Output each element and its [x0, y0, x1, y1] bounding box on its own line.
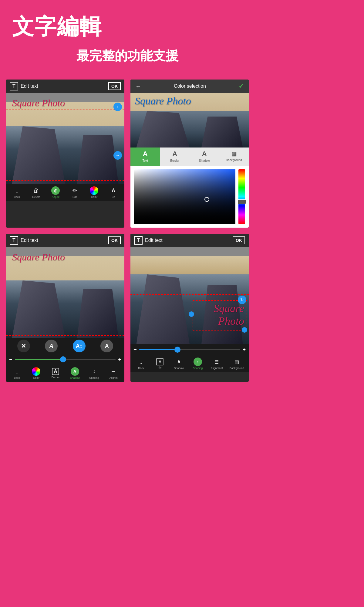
edit-text-label-4: Edit text — [145, 238, 163, 243]
script-text-3: Square Photo — [12, 252, 65, 263]
cancel-btn-3[interactable]: ✕ — [17, 340, 30, 352]
toolbar-color-1[interactable]: Color — [88, 186, 100, 198]
photo-area-1: Square Photo ↕ ↔ — [6, 93, 124, 184]
dark-photo-3 — [6, 280, 124, 338]
toolbar-align-3[interactable]: ☰ Alignm — [107, 367, 120, 379]
dashed-top-1 — [6, 110, 124, 110]
toolbar-back-1[interactable]: ↓ Back — [11, 186, 23, 198]
toolbar-border-4[interactable]: A rder — [154, 358, 166, 369]
topbar-4: T Edit text OK — [130, 234, 249, 247]
color-hue-bar[interactable] — [238, 169, 245, 224]
slider-area-4: − + — [130, 344, 249, 355]
topbar-3: T Edit text OK — [6, 234, 124, 247]
dashed-mid-4 — [130, 294, 249, 295]
script-text-1: Square Photo — [12, 97, 65, 109]
topbar-1: T Edit text OK — [6, 80, 124, 93]
toolbar-back-4[interactable]: ↓ Back — [135, 358, 147, 370]
gradient-v — [134, 169, 235, 224]
dashed-bottom-3 — [6, 335, 124, 336]
toolbar-delete-1[interactable]: 🗑 Delete — [30, 186, 42, 198]
person-left-4 — [136, 274, 190, 344]
color-person-right — [201, 117, 243, 148]
corner-handle-4[interactable] — [242, 327, 247, 333]
toolbar-background-4[interactable]: ▨ Background — [230, 358, 244, 370]
slider-area-3: − + — [6, 354, 124, 365]
toolbar-color-3[interactable]: Color — [30, 367, 42, 379]
slider-minus-4[interactable]: − — [133, 347, 137, 353]
slider-track-3[interactable] — [15, 359, 116, 360]
color-cursor[interactable] — [204, 197, 209, 202]
person-right-1 — [77, 135, 119, 184]
style-btn-3[interactable]: A — [100, 340, 113, 352]
color-script-text: Square Photo — [135, 95, 191, 107]
topbar-left-3: T Edit text — [10, 236, 38, 245]
color-back-arrow[interactable]: ← — [135, 83, 141, 90]
slider-plus-4[interactable]: + — [242, 347, 246, 353]
blue-handle-tr[interactable]: ↕ — [113, 103, 122, 111]
photo-area-4: Square Photo ↻ — [130, 247, 249, 344]
toolbar-shadow-3[interactable]: A Shadow — [69, 367, 81, 379]
tab-background[interactable]: ▨ Background — [219, 148, 249, 166]
edit-text-label-3: Edit text — [21, 238, 38, 243]
toolbar-border-3[interactable]: A Border — [49, 368, 62, 379]
topbar-left-1: T Edit text — [10, 82, 38, 90]
tab-text-label: Text — [143, 159, 148, 162]
text-icon-3: T — [10, 236, 18, 245]
pill-row-3: ✕ A A↕ A — [6, 338, 124, 354]
slider-minus-3[interactable]: − — [9, 356, 12, 363]
person-left-1 — [12, 126, 66, 184]
script-text-area-4: Square Photo — [214, 302, 244, 327]
left-handle-4[interactable] — [189, 311, 194, 317]
script-line1-4: Square — [214, 302, 244, 315]
toolbar-spacing-4[interactable]: ↕ Spacing — [192, 358, 204, 370]
hero-title: 文字編輯 — [0, 0, 255, 44]
person-right-3 — [77, 289, 119, 338]
dashed-bottom-1 — [6, 180, 124, 181]
tab-text[interactable]: A Text — [130, 148, 160, 166]
hue-thumb[interactable] — [237, 199, 246, 204]
toolbar-shadow-4[interactable]: A Shadow — [173, 358, 185, 370]
tab-shadow[interactable]: A Shadow — [190, 148, 219, 166]
slider-plus-3[interactable]: + — [118, 356, 121, 363]
ok-button-3[interactable]: OK — [108, 236, 121, 244]
color-dark-area — [130, 111, 249, 148]
bottom-toolbar-3: ↓ Back Color A Border A Shadow ↕ Spacing… — [6, 365, 124, 382]
toolbar-spacing-3[interactable]: ↕ Spacing — [88, 367, 100, 379]
color-check[interactable]: ✓ — [238, 82, 244, 90]
italic-btn-3[interactable]: A — [45, 340, 58, 352]
text-icon-4: T — [134, 236, 143, 245]
dashed-top-3 — [6, 264, 124, 264]
toolbar-edit-1[interactable]: ✏ Edit — [69, 186, 81, 198]
toolbar-back-3[interactable]: ↓ Back — [11, 367, 23, 379]
color-gradient-box[interactable] — [134, 169, 235, 224]
toolbar-adjust-1[interactable]: ⊕ Adjust — [49, 186, 62, 198]
color-selection-title: Color selection — [174, 83, 206, 89]
slider-thumb-4[interactable] — [174, 347, 180, 353]
color-picker-area — [130, 166, 249, 228]
edit-text-label-1: Edit text — [21, 83, 38, 89]
hero-subtitle: 最完整的功能支援 — [0, 44, 255, 73]
topbar-left-4: T Edit text — [134, 236, 163, 245]
blue-handle-br[interactable]: ↔ — [113, 151, 122, 160]
bottom-toolbar-1: ↓ Back 🗑 Delete ⊕ Adjust ✏ Edit Color A — [6, 184, 124, 201]
dark-photo-1 — [6, 126, 124, 184]
size-up-btn-3[interactable]: A↕ — [73, 340, 86, 352]
person-left-3 — [12, 280, 66, 338]
slider-thumb-3[interactable] — [60, 356, 66, 362]
slider-fill-3 — [15, 359, 60, 360]
color-photo-area: Square Photo — [130, 93, 249, 148]
slider-track-4[interactable] — [139, 349, 240, 350]
color-tabs-row: A Text A Border A Shadow ▨ Background — [130, 148, 249, 166]
toolbar-alignment-4[interactable]: ☰ Alignment — [211, 358, 223, 370]
hero-section: 文字編輯 最完整的功能支援 — [0, 0, 255, 73]
screenshots-grid: T Edit text OK Square Photo ↕ — [0, 73, 255, 388]
tab-border-label: Border — [170, 159, 179, 162]
card-edit-text-1: T Edit text OK Square Photo ↕ — [6, 80, 124, 228]
tab-border[interactable]: A Border — [160, 148, 190, 166]
tab-background-label: Background — [226, 158, 242, 162]
card-color-selection: ← Color selection ✓ Square Photo A Text … — [130, 80, 249, 228]
toolbar-bo-1[interactable]: A Bo — [107, 186, 120, 198]
color-topbar: ← Color selection ✓ — [130, 80, 249, 93]
ok-button-4[interactable]: OK — [233, 236, 245, 244]
ok-button-1[interactable]: OK — [108, 82, 121, 90]
